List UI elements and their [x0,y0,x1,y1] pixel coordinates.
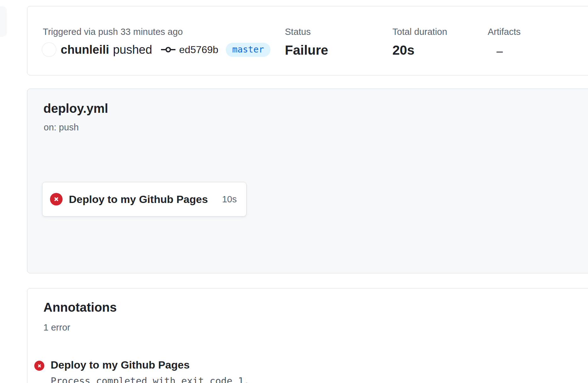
workflow-run-page: Triggered via push 33 minutes ago Status… [0,0,588,383]
total-duration-label: Total duration [392,26,447,37]
sidebar-fragment [0,6,7,37]
x-circle-fail-icon [34,361,44,371]
total-duration-value: 20s [392,43,414,58]
status-label: Status [285,26,311,37]
annotation-entry: Deploy to my Github Pages Process comple… [34,359,249,383]
annotation-text: Deploy to my Github Pages Process comple… [51,359,249,383]
annotations-title: Annotations [43,300,117,315]
git-commit-icon [161,45,175,54]
annotation-error-message: Process completed with exit code 1. [51,375,249,383]
actor-action-label: pushed [113,43,152,57]
run-summary-card: Triggered via push 33 minutes ago Status… [27,6,588,75]
commit-sha-link[interactable]: ed5769b [179,44,219,56]
workflow-trigger-label: on: push [44,122,79,133]
annotations-card: Annotations 1 error Deploy to my Github … [27,288,588,383]
workflow-file-title: deploy.yml [43,101,108,116]
job-duration: 10s [222,194,237,205]
annotation-job-name[interactable]: Deploy to my Github Pages [51,359,249,371]
x-circle-fail-icon [50,193,63,205]
avatar[interactable] [42,42,56,57]
artifacts-label: Artifacts [488,26,521,37]
actor-row: chunleili pushed ed5769b master [42,41,270,58]
workflow-graph-card: deploy.yml on: push Deploy to my Github … [27,89,588,273]
branch-badge[interactable]: master [226,43,270,57]
actor-link[interactable]: chunleili [61,43,109,57]
annotations-error-count: 1 error [43,322,70,333]
triggered-label: Triggered via push 33 minutes ago [43,26,183,37]
job-name: Deploy to my Github Pages [69,193,208,205]
status-value: Failure [285,43,328,58]
artifacts-value: – [496,45,503,58]
job-card-deploy[interactable]: Deploy to my Github Pages 10s [42,182,247,216]
